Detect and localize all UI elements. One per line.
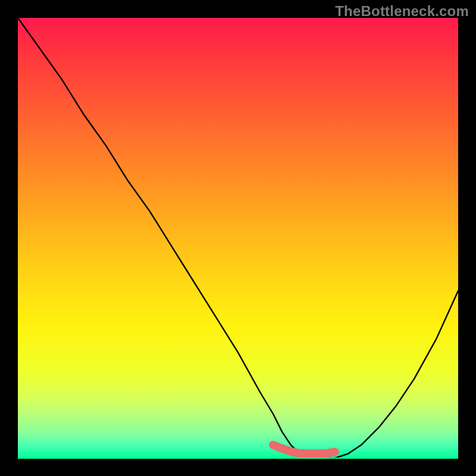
bottleneck-curve xyxy=(18,18,458,458)
attribution-label: TheBottleneck.com xyxy=(335,3,469,20)
plot-area xyxy=(18,18,458,458)
optimal-range-highlight xyxy=(273,445,335,454)
chart-svg xyxy=(18,18,458,458)
bottom-edge xyxy=(18,458,458,459)
chart-container: TheBottleneck.com xyxy=(0,0,476,476)
